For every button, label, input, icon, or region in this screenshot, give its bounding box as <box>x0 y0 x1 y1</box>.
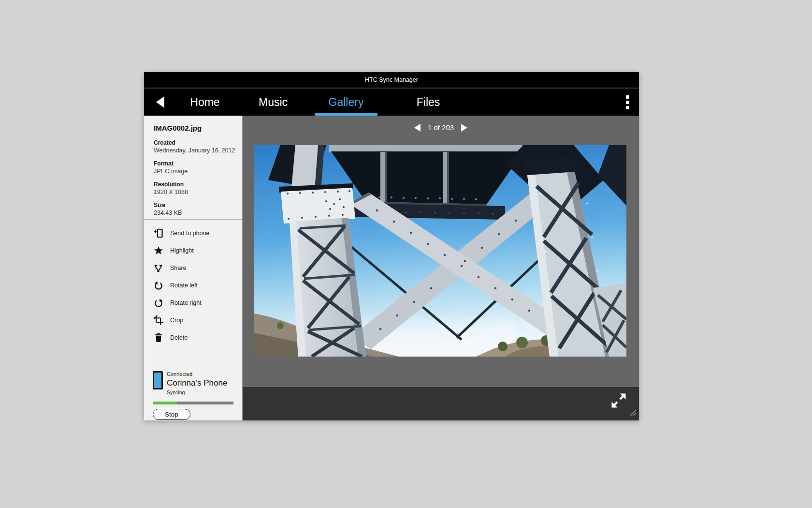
sync-progress-fill <box>153 402 177 404</box>
desktop-background: HTC Sync Manager Home Music Gallery File… <box>0 0 812 508</box>
tab-files[interactable]: Files <box>397 89 460 116</box>
rotate-right-icon <box>153 298 164 308</box>
device-activity: Syncing... <box>167 389 227 395</box>
window-content: IMAG0002.jpg Created Wednesday, January … <box>144 116 639 420</box>
file-field-created: Created Wednesday, January 16, 2012 <box>154 139 235 154</box>
connected-device-section: Connected Corinna’s Phone Syncing... Sto… <box>144 364 242 420</box>
action-highlight[interactable]: Highlight <box>144 242 242 259</box>
action-send-to-phone[interactable]: Send to phone <box>144 224 242 242</box>
action-crop[interactable]: Crop <box>144 312 242 329</box>
overflow-menu-button[interactable] <box>626 89 629 116</box>
photo-image <box>254 145 626 357</box>
field-value: 1920 X 1088 <box>154 189 235 195</box>
overflow-dot-icon <box>626 95 629 99</box>
action-share[interactable]: Share <box>144 259 242 277</box>
device-row: Connected Corinna’s Phone Syncing... <box>153 371 235 395</box>
sync-progress-bar <box>153 402 233 404</box>
delete-icon <box>153 332 164 343</box>
back-button[interactable] <box>151 89 169 116</box>
previous-photo-button[interactable] <box>414 124 420 132</box>
send-to-phone-icon <box>153 228 164 239</box>
window-resize-grip[interactable] <box>629 409 638 418</box>
file-info-section: IMAG0002.jpg Created Wednesday, January … <box>144 116 242 220</box>
photo-pager: 1 of 203 <box>414 123 467 132</box>
tab-music[interactable]: Music <box>242 89 304 116</box>
photo-viewer: 1 of 203 <box>243 116 639 387</box>
main-navigation: Home Music Gallery Files <box>144 88 639 116</box>
overflow-dot-icon <box>626 106 629 109</box>
action-label: Crop <box>170 317 183 324</box>
viewer-column: 1 of 203 <box>243 116 639 420</box>
htc-sync-manager-window: HTC Sync Manager Home Music Gallery File… <box>144 72 639 420</box>
tab-gallery[interactable]: Gallery <box>315 89 377 116</box>
device-texts: Connected Corinna’s Phone Syncing... <box>167 371 227 395</box>
window-title: HTC Sync Manager <box>365 76 418 83</box>
rotate-left-icon <box>153 280 164 291</box>
action-rotate-left[interactable]: Rotate left <box>144 277 242 294</box>
share-icon <box>153 263 164 273</box>
field-value: 234.43 KB <box>154 209 235 216</box>
action-label: Rotate left <box>170 282 198 289</box>
action-label: Share <box>170 265 186 271</box>
action-label: Highlight <box>170 247 194 254</box>
device-status: Connected <box>167 371 227 377</box>
viewer-toolbar <box>243 387 639 420</box>
pager-label: 1 of 203 <box>428 123 454 132</box>
device-name: Corinna’s Phone <box>167 378 227 388</box>
window-titlebar[interactable]: HTC Sync Manager <box>144 72 639 88</box>
action-label: Rotate right <box>170 299 202 306</box>
file-field-resolution: Resolution 1920 X 1088 <box>154 181 235 195</box>
stop-sync-button[interactable]: Stop <box>153 409 190 420</box>
action-rotate-right[interactable]: Rotate right <box>144 294 242 312</box>
field-value: JPEG image <box>154 168 235 175</box>
back-arrow-icon <box>156 96 164 108</box>
tab-home[interactable]: Home <box>174 89 236 116</box>
field-label: Size <box>154 202 235 209</box>
field-label: Created <box>154 139 235 146</box>
sidebar: IMAG0002.jpg Created Wednesday, January … <box>144 116 243 420</box>
fullscreen-expand-button[interactable] <box>610 392 627 409</box>
field-value: Wednesday, January 16, 2012 <box>154 147 235 154</box>
field-label: Resolution <box>154 181 235 188</box>
file-field-size: Size 234.43 KB <box>154 202 235 216</box>
highlight-star-icon <box>153 245 164 256</box>
filename: IMAG0002.jpg <box>154 124 235 132</box>
action-label: Delete <box>170 334 188 341</box>
next-photo-button[interactable] <box>461 124 467 132</box>
field-label: Format <box>154 160 235 167</box>
file-field-format: Format JPEG image <box>154 160 235 175</box>
photo-actions-section: Send to phone Highlight Share <box>144 220 242 364</box>
phone-icon <box>153 371 163 389</box>
overflow-dot-icon <box>626 101 629 104</box>
crop-icon <box>153 315 164 326</box>
action-delete[interactable]: Delete <box>144 329 242 346</box>
action-label: Send to phone <box>170 230 209 237</box>
